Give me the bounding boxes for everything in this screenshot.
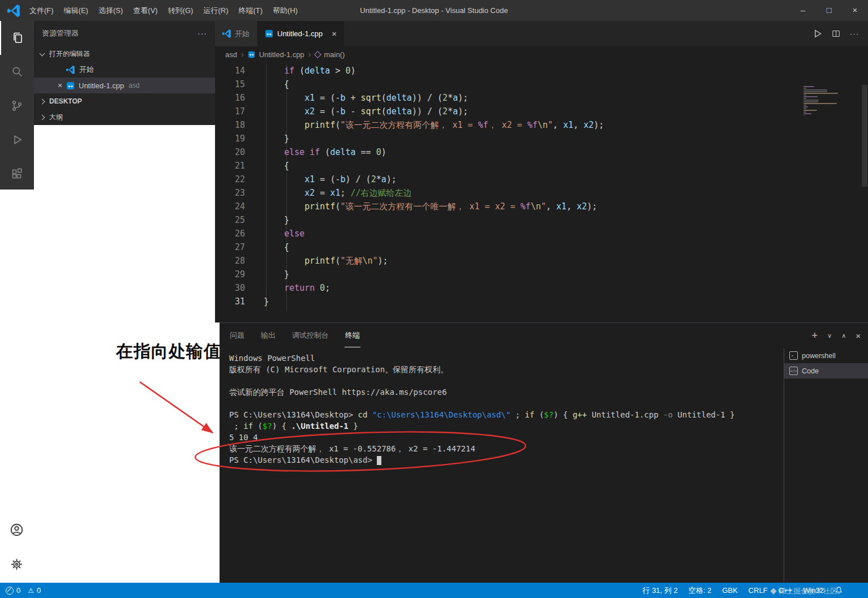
code-line: 19 } — [215, 132, 868, 145]
search-icon[interactable] — [0, 55, 34, 89]
extensions-icon[interactable] — [0, 157, 34, 191]
minimap-line — [803, 96, 818, 97]
terminal-list-label: powershell — [802, 352, 836, 360]
editor-group: 开始 ++ Untitled-1.cpp × ··· asd › ++ Unti — [215, 21, 868, 322]
menubar-item[interactable]: 终端(T) — [233, 0, 268, 21]
account-icon[interactable] — [9, 522, 24, 537]
status-item[interactable]: 空格: 2 — [689, 586, 711, 596]
terminal-dropdown-icon[interactable]: ∨ — [827, 332, 832, 339]
close-window-button[interactable]: × — [842, 0, 868, 21]
menubar-item[interactable]: 文件(F) — [24, 0, 59, 21]
code-text: x1 = (-b) / (2*a); — [264, 173, 397, 186]
juejin-logo-icon — [770, 588, 776, 594]
breadcrumb-file[interactable]: Untitled-1.cpp — [259, 50, 304, 59]
source-control-icon[interactable] — [0, 89, 34, 123]
open-editors-label: 打开的编辑器 — [49, 49, 90, 59]
menubar-item[interactable]: 运行(R) — [198, 0, 233, 21]
panel-tab-2[interactable]: 调试控制台 — [291, 324, 329, 347]
menubar-item[interactable]: 查看(V) — [128, 0, 162, 21]
warning-icon: ⚠ — [28, 587, 34, 594]
panel-tab-3[interactable]: 终端 — [345, 324, 360, 347]
open-editor-item-untitled[interactable]: × ++ Untitled-1.cpp asd — [34, 78, 215, 93]
more-actions-icon[interactable]: ··· — [850, 29, 859, 38]
new-terminal-icon[interactable]: + — [812, 330, 818, 342]
code-text: x2 = x1; //右边赋给左边 — [264, 186, 412, 200]
section-open-editors[interactable]: 打开的编辑器 — [34, 46, 215, 62]
cpp-file-icon: ++ — [265, 29, 273, 38]
run-debug-icon[interactable] — [0, 123, 34, 157]
minimap-line — [803, 91, 827, 92]
svg-text:++: ++ — [267, 32, 272, 37]
menubar-item[interactable]: 编辑(E) — [59, 0, 93, 21]
watermark: 稀土掘金技术社区 — [771, 586, 837, 596]
menubar-item[interactable]: 帮助(H) — [268, 0, 303, 21]
minimap-line — [803, 89, 827, 91]
terminal-line: 版权所有 (C) Microsoft Corporation。保留所有权利。 — [229, 364, 776, 375]
minimap-line — [803, 98, 806, 99]
tab-start[interactable]: 开始 — [215, 21, 257, 46]
vscode-file-icon — [66, 66, 75, 74]
code-text: { — [264, 78, 289, 91]
breadcrumb-folder[interactable]: asd — [225, 50, 237, 59]
menubar-item[interactable]: 转到(G) — [163, 0, 199, 21]
code-line: 26 else — [215, 227, 868, 240]
code-terminal-icon: </> — [789, 367, 798, 375]
breadcrumb-symbol[interactable]: main() — [324, 50, 345, 59]
tab-untitled-1-cpp[interactable]: ++ Untitled-1.cpp × — [257, 21, 345, 46]
panel-tab-bar: 问题输出调试控制台终端 — [220, 323, 868, 348]
code-text: printf("该一元二次方程有一个唯一解， x1 = x2 = %f\n", … — [264, 200, 597, 213]
maximize-button[interactable]: □ — [816, 0, 842, 21]
close-tab-icon[interactable]: × — [332, 29, 337, 38]
minimap[interactable] — [803, 86, 860, 116]
line-number: 22 — [215, 173, 264, 186]
warning-count: 0 — [37, 586, 41, 595]
close-editor-icon[interactable]: × — [54, 81, 66, 90]
activity-bar — [0, 21, 34, 190]
terminal[interactable]: Windows PowerShell版权所有 (C) Microsoft Cor… — [229, 352, 776, 580]
minimap-line — [803, 103, 837, 104]
window-controls: – □ × — [790, 0, 868, 21]
status-item[interactable]: 行 31, 列 2 — [643, 586, 678, 596]
open-editor-item-start[interactable]: 开始 — [34, 62, 215, 78]
section-outline[interactable]: 大纲 — [34, 109, 215, 125]
run-code-icon[interactable] — [813, 29, 822, 38]
minimap-line — [803, 93, 838, 94]
minimap-line — [803, 115, 804, 116]
code-line: 28 printf("无解\n"); — [215, 254, 868, 268]
annotation-arrow — [140, 382, 213, 433]
outline-label: 大纲 — [49, 113, 63, 122]
code-line: 18 printf("该一元二次方程有两个解， x1 = %f， x2 = %f… — [215, 118, 868, 132]
cpp-file-icon: ++ — [248, 51, 255, 58]
close-panel-icon[interactable]: × — [856, 331, 861, 341]
explorer-icon[interactable] — [0, 21, 34, 55]
code-text: else — [264, 227, 304, 240]
menubar-item[interactable]: 选择(S) — [93, 0, 128, 21]
sidebar-more-actions-icon[interactable]: ··· — [197, 29, 207, 38]
menubar: 文件(F)编辑(E)选择(S)查看(V)转到(G)运行(R)终端(T)帮助(H) — [24, 0, 303, 21]
tab-label: 开始 — [235, 29, 250, 39]
panel-tab-0[interactable]: 问题 — [229, 324, 245, 347]
maximize-panel-icon[interactable]: ∧ — [841, 332, 846, 339]
code-editor[interactable]: 14 if (delta > 0)15 {16 x1 = (-b + sqrt(… — [215, 62, 868, 322]
code-text: x2 = (-b - sqrt(delta)) / (2*a); — [264, 105, 468, 118]
panel-tab-1[interactable]: 输出 — [260, 324, 276, 347]
code-line: 14 if (delta > 0) — [215, 64, 868, 78]
code-text: if (delta > 0) — [264, 64, 356, 78]
line-number: 19 — [215, 132, 264, 145]
settings-gear-icon[interactable] — [9, 557, 24, 572]
breadcrumb: asd › ++ Untitled-1.cpp › main() — [215, 46, 868, 62]
status-item[interactable]: CRLF — [749, 586, 768, 595]
line-number: 23 — [215, 186, 264, 200]
bottom-panel: 问题输出调试控制台终端 + ∨ ∧ × Windows PowerShell版权… — [220, 322, 868, 583]
split-editor-icon[interactable] — [831, 29, 841, 38]
terminal-cursor — [377, 456, 381, 465]
terminal-line: ; if ($?) { .\Untitled-1 } — [229, 420, 776, 432]
terminal-line: 该一元二次方程有两个解， x1 = -0.552786， x2 = -1.447… — [229, 443, 776, 454]
minimize-button[interactable]: – — [790, 0, 816, 21]
status-item[interactable]: GBK — [722, 586, 737, 595]
problems-status[interactable]: 0 ⚠ 0 — [6, 586, 41, 595]
terminal-list-item-code[interactable]: </> Code — [784, 363, 868, 378]
section-desktop-folder[interactable]: DESKTOP — [34, 93, 215, 109]
terminal-list-item-powershell[interactable]: >_ powershell — [784, 348, 868, 363]
editor-scrollbar[interactable] — [862, 85, 867, 187]
